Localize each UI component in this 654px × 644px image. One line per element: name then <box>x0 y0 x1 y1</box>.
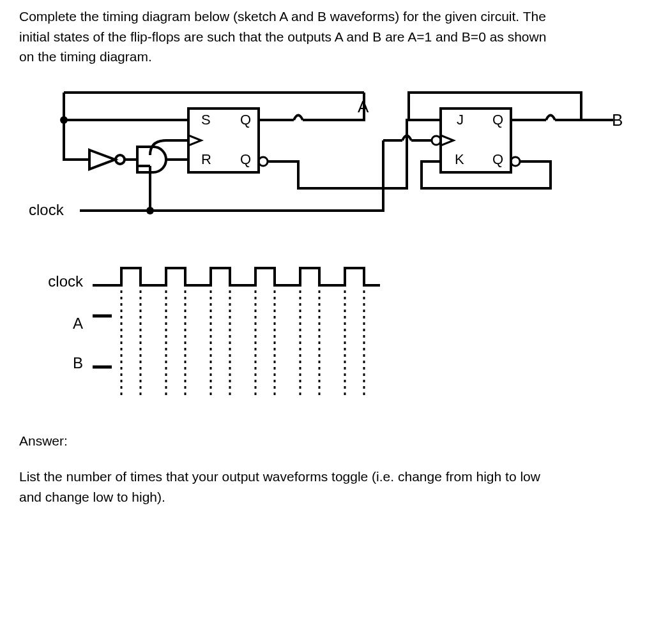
jk-q-label: Q <box>492 112 503 128</box>
svg-point-2 <box>432 136 441 145</box>
circuit-svg <box>26 86 626 239</box>
question-text: Complete the timing diagram below (sketc… <box>19 6 635 67</box>
timing-diagram: clock A B <box>26 265 473 412</box>
answer-section: Answer: List the number of times that yo… <box>19 431 635 507</box>
jk-qbar-label: Q <box>492 151 503 168</box>
output-b-label: B <box>612 110 623 130</box>
jk-j-label: J <box>457 112 464 128</box>
timing-svg <box>26 265 473 412</box>
sr-qbar-label: Q <box>240 151 251 168</box>
jk-k-label: K <box>455 151 464 168</box>
sr-r-label: R <box>201 151 211 168</box>
output-a-label: A <box>358 97 369 117</box>
answer-line-1: List the number of times that your outpu… <box>19 469 540 484</box>
sr-q-label: Q <box>240 112 251 128</box>
answer-line-2: and change low to high). <box>19 490 165 504</box>
answer-prompt: List the number of times that your outpu… <box>19 467 635 507</box>
circuit-clock-label: clock <box>29 201 64 219</box>
circuit-diagram: S R Q Q J K Q Q A B clock <box>26 86 626 239</box>
svg-point-4 <box>511 157 520 166</box>
question-line-1: Complete the timing diagram below (sketc… <box>19 9 546 24</box>
question-line-3: on the timing diagram. <box>19 49 152 64</box>
svg-point-3 <box>259 157 268 166</box>
question-line-2: initial states of the flip-flops are suc… <box>19 29 546 44</box>
answer-heading: Answer: <box>19 431 635 451</box>
sr-s-label: S <box>201 112 211 128</box>
